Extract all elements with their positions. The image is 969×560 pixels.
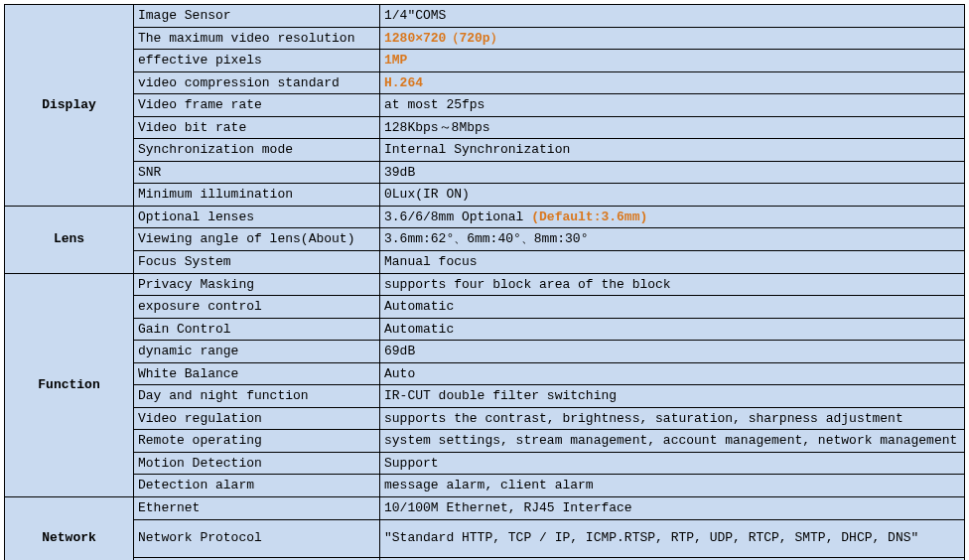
table-row: Detection alarmmessage alarm, client ala… (5, 475, 965, 497)
spec-value: supports the contrast, brightness, satur… (380, 407, 965, 430)
spec-label: dynamic range (134, 341, 380, 363)
table-row: Gain ControlAutomatic (5, 318, 965, 341)
spec-value: Support (380, 452, 965, 475)
spec-value: 3.6/6/8mm Optional (Default:3.6mm) (380, 206, 965, 228)
spec-value-text: Auto (384, 366, 415, 381)
table-row: Remote operatingsystem settings, stream … (5, 430, 965, 453)
table-row: Day and night functionIR-CUT double filt… (5, 385, 965, 408)
spec-value: Auto (380, 362, 965, 385)
spec-value: supports four block area of the block (380, 273, 965, 296)
spec-value: at most 25fps (380, 94, 965, 117)
table-row: DisplayImage Sensor1/4″COMS (5, 5, 965, 28)
spec-value-text: 3.6/6/8mm Optional (384, 210, 531, 224)
spec-value: Automatic (380, 296, 965, 319)
spec-value: message alarm, client alarm (380, 475, 965, 497)
spec-label: exposure control (134, 296, 380, 319)
spec-label: Ethernet (134, 497, 380, 520)
spec-value-text: 10/100M Ethernet, RJ45 Interface (384, 500, 632, 515)
table-row: SNR39dB (5, 161, 965, 184)
spec-value: H.264 (380, 71, 965, 94)
table-row: Video frame rateat most 25fps (5, 94, 965, 117)
spec-value: system settings, stream management, acco… (380, 430, 965, 453)
spec-value-text: message alarm, client alarm (384, 478, 594, 492)
spec-value: 39dB (380, 161, 965, 184)
spec-value: 1280×720（720p） (380, 27, 965, 50)
spec-label: Image Sensor (134, 5, 380, 28)
spec-label: Privacy Masking (134, 273, 380, 296)
spec-value: Manual focus (380, 251, 965, 274)
category-cell: Lens (5, 206, 134, 273)
category-cell: Function (5, 273, 134, 496)
table-row: Video bit rate128Kbps～8Mbps (5, 116, 965, 139)
spec-label: Video frame rate (134, 94, 380, 117)
spec-table: DisplayImage Sensor1/4″COMSThe maximum v… (4, 4, 965, 560)
table-row: FunctionPrivacy Maskingsupports four blo… (5, 273, 965, 296)
spec-value-text: H.264 (384, 75, 423, 90)
table-row: LensOptional lenses3.6/6/8mm Optional (D… (5, 206, 965, 228)
spec-value: Internal Synchronization (380, 139, 965, 162)
spec-value-text: 39dB (384, 165, 415, 180)
spec-value-suffix: (Default:3.6mm) (531, 210, 647, 224)
spec-value-text: Internal Synchronization (384, 142, 570, 157)
table-row: Minimum illumination0Lux(IR ON) (5, 184, 965, 207)
spec-value: "Standard HTTP, TCP / IP, ICMP.RTSP, RTP… (380, 519, 965, 557)
spec-label: The maximum video resolution (134, 27, 380, 50)
table-row: video compression standardH.264 (5, 71, 965, 94)
spec-value: IR-CUT double filter switching (380, 385, 965, 408)
spec-value: 128Kbps～8Mbps (380, 116, 965, 139)
spec-label: Remote operating (134, 430, 380, 453)
spec-value: 1MP (380, 50, 965, 72)
table-row: Focus SystemManual focus (5, 251, 965, 274)
spec-value-text: supports four block area of the block (384, 277, 671, 292)
spec-label: Network Protocol (134, 519, 380, 557)
spec-value-text: Automatic (384, 299, 454, 314)
table-row: Synchronization modeInternal Synchroniza… (5, 139, 965, 162)
spec-label: Synchronization mode (134, 139, 380, 162)
table-row: exposure controlAutomatic (5, 296, 965, 319)
spec-value-text: system settings, stream management, acco… (384, 433, 957, 448)
spec-label: effective pixels (134, 50, 380, 72)
spec-label: Detection alarm (134, 475, 380, 497)
spec-label: video compression standard (134, 71, 380, 94)
spec-label: Video regulation (134, 407, 380, 430)
table-row: White BalanceAuto (5, 362, 965, 385)
spec-value-text: Automatic (384, 322, 454, 337)
spec-value: 3.6mm:62°、6mm:40°、8mm:30° (380, 228, 965, 251)
spec-label: SNR (134, 161, 380, 184)
spec-label: Gain Control (134, 318, 380, 341)
spec-value: Automatic (380, 318, 965, 341)
spec-value-text: 0Lux(IR ON) (384, 187, 470, 202)
spec-value-text: Manual focus (384, 254, 478, 269)
spec-label: Focus System (134, 251, 380, 274)
spec-label: White Balance (134, 362, 380, 385)
table-row: Network Protocol"Standard HTTP, TCP / IP… (5, 519, 965, 557)
category-cell: Display (5, 5, 134, 207)
spec-label: Motion Detection (134, 452, 380, 475)
spec-label: Minimum illumination (134, 184, 380, 207)
spec-value-text: supports the contrast, brightness, satur… (384, 411, 903, 426)
spec-value-text: "Standard HTTP, TCP / IP, ICMP.RTSP, RTP… (384, 530, 918, 545)
spec-value-text: 128Kbps～8Mbps (384, 120, 490, 135)
table-row: Video regulationsupports the contrast, b… (5, 407, 965, 430)
spec-value-text: 1280×720（720p） (384, 31, 503, 46)
spec-value: 0Lux(IR ON) (380, 184, 965, 207)
spec-value: 10/100M Ethernet, RJ45 Interface (380, 497, 965, 520)
table-row: Viewing angle of lens(About)3.6mm:62°、6m… (5, 228, 965, 251)
table-row: NetworkEthernet 10/100M Ethernet, RJ45 I… (5, 497, 965, 520)
table-row: Motion DetectionSupport (5, 452, 965, 475)
table-row: dynamic range69dB (5, 341, 965, 363)
spec-value: 69dB (380, 341, 965, 363)
spec-value-text: 1/4″COMS (384, 8, 446, 23)
spec-value-text: 69dB (384, 344, 415, 358)
spec-value-text: 1MP (384, 53, 407, 68)
table-row: effective pixels1MP (5, 50, 965, 72)
spec-label: Video bit rate (134, 116, 380, 139)
spec-value-text: 3.6mm:62°、6mm:40°、8mm:30° (384, 231, 588, 246)
spec-value-text: Support (384, 456, 439, 471)
spec-label: Day and night function (134, 385, 380, 408)
spec-label: Optional lenses (134, 206, 380, 228)
spec-value: 1/4″COMS (380, 5, 965, 28)
spec-value-text: IR-CUT double filter switching (384, 388, 617, 403)
table-row: The maximum video resolution1280×720（720… (5, 27, 965, 50)
category-cell: Network (5, 497, 134, 560)
